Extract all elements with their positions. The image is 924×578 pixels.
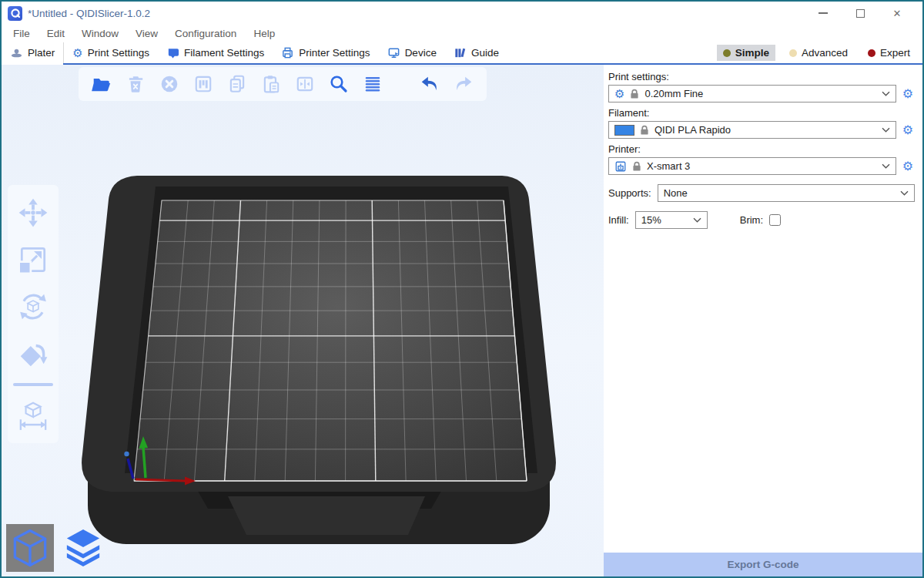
tab-guide[interactable]: Guide — [445, 42, 507, 63]
toolbar-separator — [13, 383, 53, 386]
main-toolbar — [79, 67, 487, 101]
brim-checkbox[interactable] — [769, 214, 781, 226]
app-logo-icon — [8, 6, 22, 21]
filament-label: Filament: — [608, 107, 916, 119]
3d-viewport[interactable] — [2, 65, 604, 576]
chevron-down-icon — [882, 91, 890, 96]
editor-view-button[interactable] — [6, 524, 54, 572]
supports-label: Supports: — [608, 187, 651, 199]
tab-filament-settings[interactable]: Filament Settings — [158, 42, 273, 63]
move-tool-button[interactable] — [15, 195, 51, 230]
view-switch — [6, 524, 105, 572]
maximize-button[interactable] — [855, 8, 865, 18]
gear-icon: ⚙ — [72, 47, 82, 59]
mode-expert[interactable]: Expert — [862, 45, 916, 61]
print-settings-label: Print settings: — [608, 71, 916, 82]
chevron-down-icon — [882, 127, 890, 133]
arrange-button[interactable] — [191, 72, 216, 96]
open-file-button[interactable] — [89, 72, 114, 96]
search-button[interactable] — [326, 72, 351, 96]
tab-label: Plater — [28, 47, 55, 59]
minimize-button[interactable] — [818, 8, 829, 18]
guide-books-icon — [454, 46, 467, 59]
infill-select[interactable]: 15% — [635, 211, 708, 229]
lock-icon — [640, 125, 649, 136]
tab-device[interactable]: Device — [379, 42, 445, 63]
close-button[interactable]: ✕ — [892, 8, 902, 18]
scale-tool-button[interactable] — [15, 242, 51, 277]
infill-label: Infill: — [608, 214, 629, 226]
lock-icon — [630, 89, 639, 99]
mode-advanced[interactable]: Advanced — [783, 45, 854, 61]
tab-label: Guide — [471, 47, 499, 59]
split-view-button[interactable] — [293, 72, 317, 96]
mode-label: Simple — [735, 47, 769, 59]
print-settings-select[interactable]: ⚙ 0.20mm Fine — [608, 85, 896, 102]
layers-view-icon — [64, 528, 102, 570]
menu-configuration[interactable]: Configuration — [166, 28, 245, 39]
chevron-down-icon — [900, 190, 909, 196]
tab-label: Printer Settings — [299, 47, 370, 59]
tab-print-settings[interactable]: ⚙ Print Settings — [64, 42, 158, 63]
chevron-down-icon — [693, 217, 701, 223]
filament-color-swatch — [614, 125, 634, 136]
undo-button[interactable] — [417, 72, 442, 96]
menu-file[interactable]: File — [5, 28, 38, 39]
variable-layer-height-button[interactable] — [360, 72, 385, 96]
gear-icon: ⚙ — [614, 88, 624, 99]
brim-label: Brim: — [740, 214, 763, 226]
copy-button[interactable] — [225, 72, 249, 96]
infill-value: 15% — [641, 214, 688, 226]
menu-window[interactable]: Window — [73, 28, 127, 39]
printer-gear-button[interactable]: ⚙ — [899, 159, 916, 173]
rotate-tool-button[interactable] — [15, 289, 51, 324]
mode-simple[interactable]: Simple — [717, 45, 775, 61]
menu-help[interactable]: Help — [245, 28, 283, 39]
filament-icon — [166, 46, 179, 59]
supports-value: None — [664, 187, 895, 199]
advanced-dot-icon — [789, 49, 797, 57]
printer-icon — [614, 160, 627, 173]
place-on-face-tool-button[interactable] — [15, 336, 51, 371]
print-settings-gear-button[interactable]: ⚙ — [899, 86, 916, 101]
lock-icon — [632, 161, 641, 172]
export-gcode-button[interactable]: Export G-code — [604, 553, 922, 576]
object-toolbar — [8, 185, 59, 443]
tab-label: Device — [405, 47, 437, 59]
supports-select[interactable]: None — [658, 184, 915, 202]
chevron-down-icon — [882, 163, 890, 169]
redo-button[interactable] — [451, 72, 476, 96]
mode-switcher: Simple Advanced Expert — [717, 42, 922, 63]
plater-icon — [10, 46, 23, 59]
tab-plater[interactable]: Plater — [2, 42, 64, 63]
mode-label: Expert — [880, 47, 910, 59]
cube-view-icon — [8, 526, 52, 570]
tab-label: Filament Settings — [184, 47, 264, 59]
paste-button[interactable] — [259, 72, 283, 96]
app-window: *Untitled - QIDISlicer-1.0.2 ✕ File Edit… — [0, 0, 924, 578]
delete-button[interactable] — [123, 72, 148, 96]
printer-value: X-smart 3 — [647, 160, 876, 172]
preview-view-button[interactable] — [62, 526, 105, 572]
settings-panel: Print settings: ⚙ 0.20mm Fine ⚙ Filament… — [604, 65, 922, 576]
menu-bar: File Edit Window View Configuration Help — [2, 25, 922, 42]
tab-bar: Plater ⚙ Print Settings Filament Setting… — [2, 42, 922, 65]
delete-all-button[interactable] — [157, 72, 182, 96]
tab-label: Print Settings — [88, 47, 149, 59]
printer-label: Printer: — [608, 143, 916, 155]
printer-icon — [281, 46, 294, 59]
tab-printer-settings[interactable]: Printer Settings — [273, 42, 378, 63]
mode-label: Advanced — [802, 47, 848, 59]
menu-view[interactable]: View — [127, 28, 166, 39]
print-bed — [2, 65, 604, 576]
menu-edit[interactable]: Edit — [38, 28, 73, 39]
window-title: *Untitled - QIDISlicer-1.0.2 — [28, 8, 150, 19]
expert-dot-icon — [868, 49, 875, 57]
printer-select[interactable]: X-smart 3 — [608, 157, 896, 175]
simple-dot-icon — [723, 49, 731, 57]
filament-select[interactable]: QIDI PLA Rapido — [608, 121, 896, 139]
filament-value: QIDI PLA Rapido — [654, 124, 876, 136]
filament-gear-button[interactable]: ⚙ — [899, 123, 916, 137]
measure-tool-button[interactable] — [15, 398, 51, 433]
print-settings-value: 0.20mm Fine — [644, 88, 876, 99]
